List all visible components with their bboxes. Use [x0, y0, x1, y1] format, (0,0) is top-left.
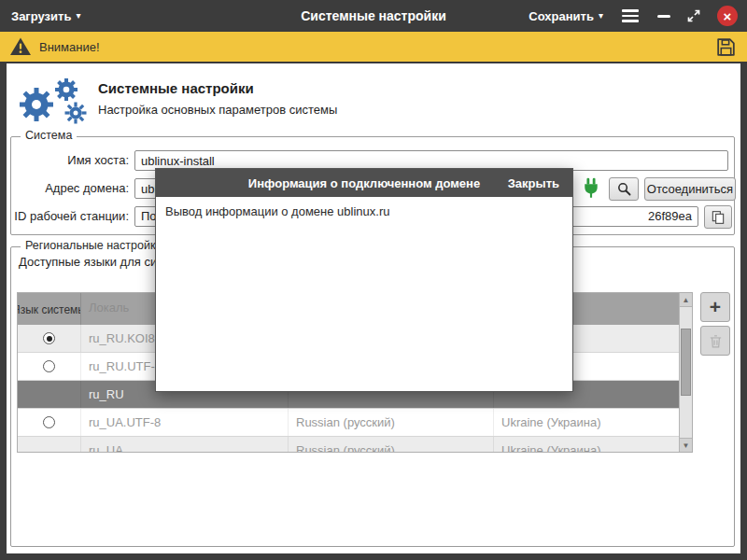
domain-label: Адрес домена: [11, 178, 129, 199]
radio-button[interactable] [43, 360, 55, 372]
save-button-label: Сохранить [529, 9, 594, 23]
page-title: Системные настройки [98, 80, 254, 96]
dialog-close-button[interactable]: Закрыть [508, 169, 559, 197]
radio-cell[interactable] [18, 325, 81, 352]
radio-button[interactable] [43, 332, 55, 344]
caret-down-icon: ▾ [599, 11, 603, 21]
minimize-button[interactable] [657, 15, 670, 18]
language-cell: Russian (русский) [289, 437, 494, 453]
locale-cell: ru_UA.UTF-8 [81, 409, 289, 436]
country-cell: Ukraine (Украина) [494, 437, 681, 453]
dialog-body-text: Вывод информации о домене ublinux.ru [165, 204, 563, 218]
title-bar: Загрузить ▾ Системные настройки Сохранит… [0, 0, 747, 32]
radio-cell[interactable] [18, 353, 81, 380]
gears-icon [14, 75, 92, 133]
expand-icon [686, 8, 701, 23]
disconnect-button[interactable]: Отсоединиться [644, 177, 736, 201]
table-row[interactable]: ru_UA Russian (русский) Ukraine (Украина… [18, 437, 692, 453]
warning-icon [9, 35, 32, 58]
radio-cell[interactable] [18, 409, 81, 436]
connected-plug-icon [579, 176, 603, 204]
delete-locale-button[interactable] [700, 326, 730, 356]
expand-button[interactable] [686, 8, 701, 23]
add-locale-button[interactable]: + [700, 292, 730, 322]
dialog-title-bar[interactable]: Информация о подключенном домене Закрыть [156, 169, 572, 197]
radio-button[interactable] [43, 416, 55, 428]
system-legend: Система [21, 129, 77, 142]
domain-search-button[interactable] [609, 177, 639, 201]
radio-cell[interactable] [18, 437, 81, 453]
scroll-down-button[interactable]: ▼ [680, 438, 692, 452]
workstation-id-value-end: 26f89ea [648, 207, 692, 226]
save-button[interactable]: Сохранить ▾ [529, 9, 603, 23]
country-cell: Ukraine (Украина) [494, 409, 681, 436]
floppy-disk-icon [714, 35, 738, 59]
close-icon: × [724, 8, 732, 24]
copy-icon [711, 210, 726, 225]
window-controls: Сохранить ▾ × [529, 0, 738, 32]
dialog-body: Вывод информации о домене ublinux.ru [156, 197, 572, 391]
language-cell: Russian (русский) [289, 409, 494, 436]
table-scrollbar[interactable]: ▲ ▼ [679, 293, 692, 452]
trash-icon [708, 333, 724, 349]
minimize-icon [657, 15, 670, 18]
page-subtitle: Настройка основных параметров системы [98, 103, 337, 117]
table-row[interactable]: ru_UA.UTF-8 Russian (русский) Ukraine (У… [18, 409, 692, 437]
warning-label: Внимание! [39, 40, 100, 54]
header-system-language: Язык системы [18, 293, 81, 325]
hostname-label: Имя хоста: [11, 150, 129, 171]
close-button[interactable]: × [717, 6, 738, 26]
locale-cell: ru_UA [81, 437, 289, 453]
app-window: Загрузить ▾ Системные настройки Сохранит… [0, 0, 747, 560]
menu-button[interactable] [619, 7, 641, 25]
warning-bar: Внимание! [0, 32, 747, 63]
radio-cell[interactable] [18, 381, 81, 408]
regional-legend: Региональные настройки [21, 239, 166, 252]
copy-id-button[interactable] [704, 205, 732, 229]
domain-info-dialog: Информация о подключенном домене Закрыть… [155, 168, 573, 392]
search-icon [616, 181, 632, 197]
workstation-id-label: ID рабочей станции: [11, 206, 129, 227]
scroll-up-button[interactable]: ▲ [680, 293, 692, 307]
save-to-disk-button[interactable] [714, 35, 738, 59]
scrollbar-thumb[interactable] [681, 329, 691, 396]
